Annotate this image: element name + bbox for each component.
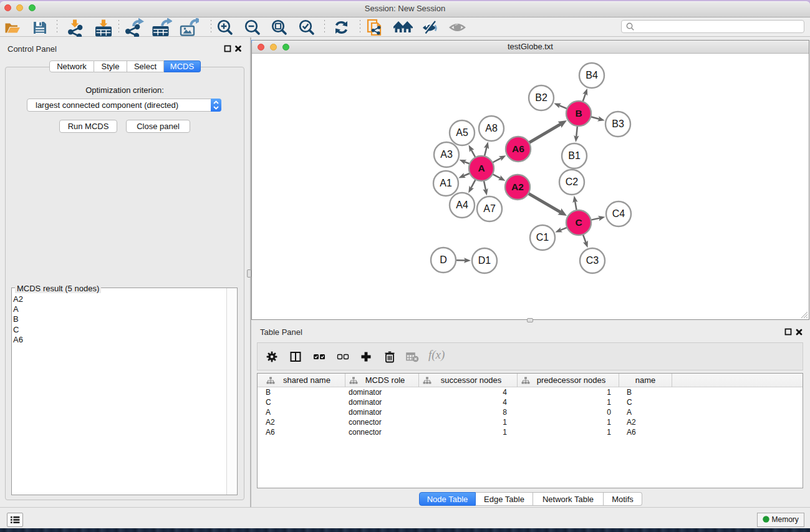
svg-text:B3: B3 bbox=[612, 118, 624, 129]
svg-text:A1: A1 bbox=[440, 178, 452, 188]
svg-text:A6: A6 bbox=[512, 143, 524, 154]
svg-text:C2: C2 bbox=[566, 177, 579, 187]
svg-text:D1: D1 bbox=[478, 255, 491, 266]
svg-text:A7: A7 bbox=[483, 203, 496, 214]
svg-text:A2: A2 bbox=[511, 181, 524, 192]
svg-text:C: C bbox=[575, 217, 582, 228]
svg-text:A4: A4 bbox=[456, 200, 468, 210]
svg-text:A5: A5 bbox=[456, 127, 468, 138]
svg-text:B4: B4 bbox=[586, 70, 598, 80]
svg-text:B1: B1 bbox=[568, 150, 581, 161]
svg-text:A3: A3 bbox=[440, 149, 453, 160]
svg-text:A: A bbox=[478, 163, 485, 173]
svg-text:C4: C4 bbox=[612, 208, 625, 219]
svg-text:A8: A8 bbox=[485, 123, 498, 133]
svg-text:B: B bbox=[575, 108, 582, 118]
svg-text:C3: C3 bbox=[586, 255, 599, 266]
svg-text:C1: C1 bbox=[536, 232, 549, 243]
svg-text:B2: B2 bbox=[535, 92, 547, 103]
svg-text:D: D bbox=[440, 254, 447, 265]
